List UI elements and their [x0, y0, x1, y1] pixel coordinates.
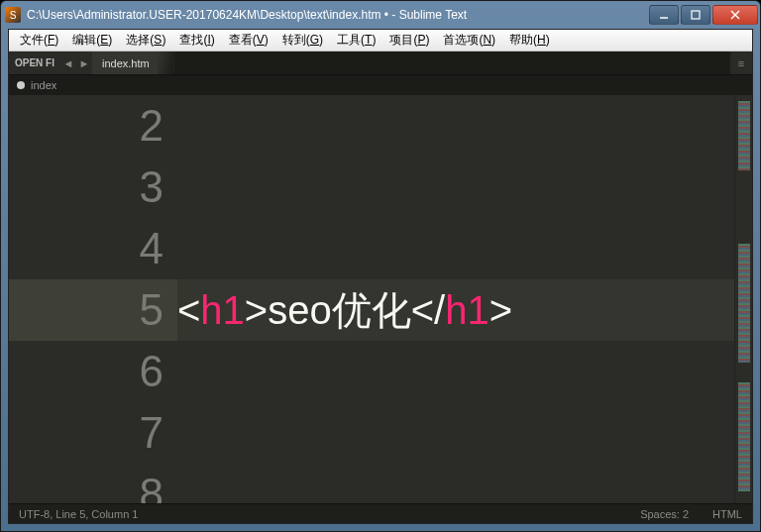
statusbar: UTF-8, Line 5, Column 1 Spaces: 2 HTML: [9, 503, 752, 523]
line-row[interactable]: 2: [9, 95, 752, 157]
line-number: 6: [9, 341, 177, 402]
menu-help[interactable]: 帮助(H): [502, 30, 557, 51]
svg-rect-1: [692, 11, 700, 19]
line-number: 5: [9, 279, 177, 341]
window-title: C:\Users\Administrator.USER-20170624KM\D…: [27, 8, 649, 22]
minimap[interactable]: [734, 95, 752, 503]
minimize-button[interactable]: [649, 5, 679, 25]
line-number: 2: [9, 95, 177, 157]
status-position[interactable]: UTF-8, Line 5, Column 1: [19, 508, 138, 520]
menu-file[interactable]: 文件(F): [13, 30, 65, 51]
open-files-list: index: [9, 75, 752, 95]
nav-back-icon[interactable]: ◄: [60, 57, 76, 69]
minimap-region: [738, 244, 750, 363]
client-area: 文件(F) 编辑(E) 选择(S) 查找(I) 查看(V) 转到(G) 工具(T…: [8, 29, 753, 524]
line-number: 7: [9, 402, 177, 464]
line-number: 3: [9, 157, 177, 218]
window-frame: S C:\Users\Administrator.USER-20170624KM…: [0, 0, 761, 532]
panel-menu-icon[interactable]: ≡: [730, 52, 752, 74]
editor-rows: 2 3 4 5 <h1>seo优化</h1> 6 7 8: [9, 95, 752, 503]
window-controls: [649, 5, 758, 25]
minimap-region: [738, 382, 750, 491]
line-number: 8: [9, 464, 177, 503]
menubar: 文件(F) 编辑(E) 选择(S) 查找(I) 查看(V) 转到(G) 工具(T…: [9, 30, 752, 52]
open-file-name[interactable]: index: [31, 79, 56, 91]
nav-forward-icon[interactable]: ►: [76, 57, 92, 69]
menu-select[interactable]: 选择(S): [119, 30, 172, 51]
tab-active[interactable]: index.htm: [92, 52, 174, 74]
menu-edit[interactable]: 编辑(E): [65, 30, 119, 51]
line-row[interactable]: 7: [9, 402, 752, 464]
status-syntax[interactable]: HTML: [712, 508, 742, 520]
menu-goto[interactable]: 转到(G): [275, 30, 330, 51]
line-number: 4: [9, 218, 177, 279]
line-row[interactable]: 3: [9, 157, 752, 218]
menu-project[interactable]: 项目(P): [382, 30, 436, 51]
code-line[interactable]: <h1>seo优化</h1>: [177, 279, 752, 341]
editor[interactable]: 2 3 4 5 <h1>seo优化</h1> 6 7 8: [9, 95, 752, 503]
app-icon: S: [5, 7, 21, 23]
close-button[interactable]: [712, 5, 758, 25]
line-row[interactable]: 8: [9, 464, 752, 503]
tab-history-nav: ◄ ►: [60, 52, 92, 74]
line-row[interactable]: 6: [9, 341, 752, 402]
tab-label: index.htm: [102, 57, 150, 69]
tab-row: OPEN FI ◄ ► index.htm ≡: [9, 52, 752, 75]
open-files-header[interactable]: OPEN FI: [9, 52, 60, 74]
status-indent[interactable]: Spaces: 2: [640, 508, 689, 520]
line-row[interactable]: 4: [9, 218, 752, 279]
menu-prefs[interactable]: 首选项(N): [436, 30, 502, 51]
menu-tools[interactable]: 工具(T): [330, 30, 382, 51]
menu-find[interactable]: 查找(I): [172, 30, 221, 51]
minimap-region: [738, 101, 750, 170]
titlebar[interactable]: S C:\Users\Administrator.USER-20170624KM…: [1, 1, 760, 29]
menu-view[interactable]: 查看(V): [222, 30, 275, 51]
maximize-button[interactable]: [681, 5, 710, 25]
line-row-current[interactable]: 5 <h1>seo优化</h1>: [9, 279, 752, 341]
dirty-indicator-icon: [17, 81, 25, 89]
